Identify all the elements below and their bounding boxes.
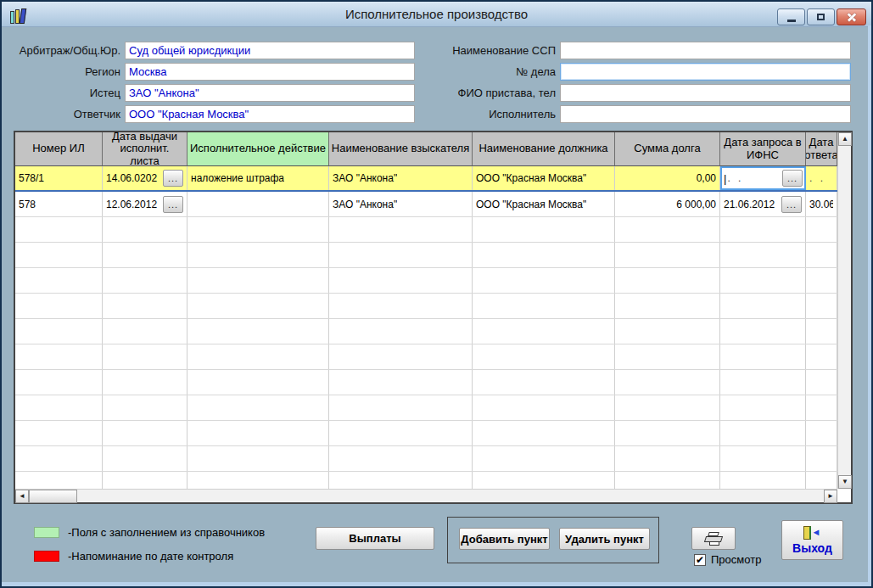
- case-number-label: № дела: [422, 63, 556, 81]
- cell-text: ООО "Красная Москва": [476, 199, 586, 210]
- scroll-right-button[interactable]: ►: [824, 490, 837, 503]
- grid-cell-deystvie[interactable]: [187, 192, 329, 216]
- maximize-button[interactable]: [807, 8, 835, 25]
- grid-cell-deystvie: [187, 472, 329, 489]
- grid-empty-row: [15, 319, 837, 344]
- grid-cell-summa: [615, 472, 720, 489]
- print-button[interactable]: [691, 527, 736, 550]
- vertical-scrollbar[interactable]: ▲ ▼: [837, 132, 851, 489]
- grid-cell-vzyskatel: [329, 243, 473, 267]
- add-item-button[interactable]: Добавить пункт: [459, 528, 550, 550]
- date-picker-button[interactable]: ...: [163, 170, 183, 187]
- grid-empty-row: [15, 421, 837, 446]
- grid-cell-vydachi: [103, 472, 187, 489]
- grid-empty-row: [15, 217, 837, 243]
- grid-cell-dolzhnik: [473, 243, 615, 267]
- grid-empty-row: [15, 268, 837, 294]
- date-picker-button[interactable]: ...: [781, 196, 802, 213]
- exit-door-icon: ◄: [803, 525, 822, 540]
- scroll-left-button[interactable]: ◄: [15, 490, 29, 503]
- grid-empty-row: [15, 344, 837, 370]
- green-legend-swatch: [34, 527, 59, 538]
- close-button[interactable]: [837, 8, 866, 25]
- grid-cell-vydachi[interactable]: 12.06.2012...: [103, 192, 187, 216]
- window-title: Исполнительное производство: [2, 2, 871, 27]
- grid-row[interactable]: 578/114.06.0202...наложение штрафаЗАО "А…: [15, 166, 837, 192]
- grid-cell-vzyskatel: [329, 319, 473, 344]
- cell-text: . .: [809, 172, 825, 184]
- grid-cell-dolzhnik: [473, 395, 615, 420]
- grid-cell-zapros: [720, 395, 806, 420]
- grid-cell-summa[interactable]: 6 000,00: [615, 192, 720, 216]
- grid-cell-otvet[interactable]: 30.06.2012: [806, 192, 837, 216]
- empty-date-mask: . .: [727, 172, 743, 184]
- grid-cell-otvet: [806, 217, 837, 242]
- scroll-up-button[interactable]: ▲: [838, 132, 852, 146]
- grid-cell-otvet: [806, 243, 837, 267]
- grid-cell-otvet: [806, 395, 837, 420]
- grid-cell-dolzhnik[interactable]: ООО "Красная Москва": [473, 166, 615, 190]
- grid-cell-nomer: [15, 395, 103, 420]
- column-header-summa: Сумма долга: [615, 132, 720, 166]
- grid-cell-vydachi: [103, 217, 187, 242]
- date-picker-button[interactable]: ...: [163, 196, 183, 213]
- column-header-vydachi: Дата выдачи исполнит. листа: [103, 132, 187, 166]
- column-header-otvet: Дата ответа: [806, 132, 837, 166]
- grid-cell-zapros: [720, 217, 806, 242]
- grid-cell-dolzhnik[interactable]: ООО "Красная Москва": [473, 192, 615, 216]
- scroll-down-button[interactable]: ▼: [838, 475, 852, 489]
- date-picker-button[interactable]: ...: [782, 170, 803, 187]
- horizontal-scrollbar-thumb[interactable]: [29, 490, 77, 503]
- grid-cell-summa: [615, 243, 720, 267]
- plaintiff-input[interactable]: ЗАО "Анкона": [125, 84, 415, 102]
- grid-cell-vzyskatel[interactable]: ЗАО "Анкона": [329, 166, 473, 190]
- exit-button[interactable]: ◄ Выход: [781, 520, 843, 560]
- grid-cell-summa: [615, 217, 720, 242]
- grid-cell-zapros[interactable]: 21.06.2012...: [720, 192, 806, 216]
- arrow-left-icon: ◄: [19, 493, 25, 500]
- grid-cell-vydachi[interactable]: 14.06.0202...: [103, 166, 187, 190]
- grid-cell-deystvie: [187, 395, 329, 420]
- delete-item-button[interactable]: Удалить пункт: [559, 528, 650, 550]
- grid-cell-zapros: [720, 421, 806, 445]
- grid-cell-otvet[interactable]: . .: [806, 166, 837, 190]
- executor-input[interactable]: [560, 105, 851, 123]
- grid-cell-zapros: [720, 243, 806, 267]
- grid-cell-zapros: [720, 294, 806, 318]
- arbitrazh-court-label: Арбитраж/Общ.Юр.: [2, 42, 120, 59]
- horizontal-scrollbar[interactable]: ◄ ►: [15, 489, 837, 502]
- grid-cell-vydachi: [103, 370, 187, 395]
- minimize-icon: [787, 20, 796, 22]
- grid-cell-deystvie: [187, 268, 329, 293]
- grid-cell-summa: [615, 370, 720, 395]
- grid-row[interactable]: 57812.06.2012...ЗАО "Анкона"ООО "Красная…: [15, 192, 837, 217]
- grid-cell-nomer[interactable]: 578/1: [15, 166, 103, 190]
- cell-text: ООО "Красная Москва": [476, 172, 586, 184]
- preview-checkbox[interactable]: ✔: [694, 554, 706, 566]
- grid-cell-vzyskatel[interactable]: ЗАО "Анкона": [329, 192, 473, 216]
- grid-cell-deystvie[interactable]: наложение штрафа: [187, 166, 329, 190]
- grid-cell-nomer[interactable]: 578: [15, 192, 103, 216]
- case-number-input[interactable]: [560, 63, 851, 81]
- arbitrazh-court-input[interactable]: Суд общей юрисдикции: [125, 42, 415, 59]
- grid-cell-zapros[interactable]: |. ....: [720, 166, 806, 190]
- grid-body: 578/114.06.0202...наложение штрафаЗАО "А…: [15, 166, 837, 489]
- bailiff-input[interactable]: [560, 84, 851, 102]
- payments-button[interactable]: Выплаты: [316, 527, 434, 550]
- minimize-button[interactable]: [777, 8, 805, 25]
- grid-cell-nomer: [15, 243, 103, 267]
- region-input[interactable]: Москва: [125, 63, 415, 81]
- grid-cell-nomer: [15, 472, 103, 489]
- plaintiff-label: Истец: [2, 84, 120, 102]
- defendant-input[interactable]: ООО "Красная Москва": [125, 105, 415, 123]
- grid-cell-otvet: [806, 421, 837, 445]
- grid-cell-summa: [615, 319, 720, 344]
- grid-cell-dolzhnik: [473, 217, 615, 242]
- preview-checkbox-label: Просмотр: [711, 553, 761, 566]
- grid-cell-summa[interactable]: 0,00: [615, 166, 720, 190]
- maximize-icon: [817, 14, 825, 20]
- grid-cell-vzyskatel: [329, 446, 473, 471]
- grid-cell-deystvie: [187, 446, 329, 471]
- defendant-label: Ответчик: [2, 105, 120, 123]
- ssp-name-input[interactable]: [560, 42, 851, 59]
